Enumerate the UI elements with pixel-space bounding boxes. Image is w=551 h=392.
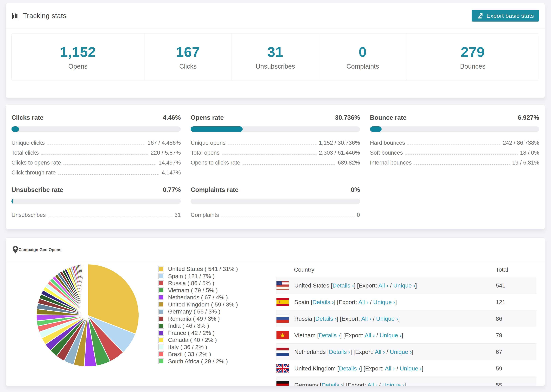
rate-row-label: Unsubscribes [11,211,46,219]
rate-row-value: 689.82% [338,159,360,166]
flag-gb-icon [276,364,289,372]
rate-row-value: 1,152 / 30.736% [319,139,360,147]
stat-value-unsubscribes: 31 [267,44,283,60]
legend-swatch-india [158,323,164,329]
rate-value: 0.77% [163,186,181,193]
details-link-united-states[interactable]: Details › [332,282,354,289]
export-all-link-germany[interactable]: All › [367,382,377,386]
details-link-united-kingdom[interactable]: Details › [339,365,360,372]
legend-item-russia: Russia ( 86 / 5% ) [158,280,238,287]
flag-vn-icon [276,331,289,339]
flag-nl-icon [276,348,289,356]
geo-opens-title: Campaign Geo Opens [19,247,61,252]
rate-row-label: Soft bounces [370,149,403,156]
details-link-netherlands[interactable]: Details › [329,349,350,355]
legend-label: Romania ( 49 / 3% ) [168,315,220,322]
legend-swatch-spain [158,273,164,279]
total-cell: 79 [496,332,537,339]
rate-progress-track [11,199,181,204]
rate-row-label: Unique opens [191,139,226,147]
rate-row-label: Internal bounces [370,159,412,166]
legend-label: Italy ( 36 / 2% ) [168,344,207,350]
dotted-leader [58,174,159,175]
geo-table-row-russia: Russia [Details ›] [Export: All › / Uniq… [276,310,537,327]
bar-chart-icon [12,12,20,20]
export-unique-link-germany[interactable]: Unique › [382,382,404,386]
legend-swatch-united-kingdom [158,302,164,307]
legend-swatch-russia [158,280,164,286]
export-all-link-russia[interactable]: All › [361,315,371,322]
legend-item-united-kingdom: United Kingdom ( 59 / 3% ) [158,301,238,308]
stat-cell-opens: 1,152 Opens [12,34,144,80]
export-unique-link-netherlands[interactable]: Unique › [390,349,412,355]
export-all-link-spain[interactable]: All › [358,299,368,305]
legend-swatch-france [158,330,164,336]
dotted-leader [228,145,316,145]
legend-label: Brazil ( 33 / 2% ) [168,351,211,357]
rate-value: 4.46% [163,114,181,121]
rate-row-complaints: Complaints 0 [191,209,360,219]
rate-value: 0% [351,186,360,193]
export-unique-link-vietnam[interactable]: Unique › [380,332,402,338]
export-unique-link-russia[interactable]: Unique › [376,315,398,322]
legend-swatch-romania [158,316,164,321]
export-basic-stats-button[interactable]: Export basic stats [472,10,539,21]
details-link-spain[interactable]: Details › [312,299,334,305]
rate-block-complaints-rate: Complaints rate 0% Complaints 0 [191,186,360,219]
geo-pie-chart [35,262,141,369]
legend-item-spain: Spain ( 121 / 7% ) [158,273,238,280]
flag-us-icon [276,281,289,290]
legend-label: South Africa ( 29 / 2% ) [168,358,228,365]
export-all-link-vietnam[interactable]: All › [365,332,375,338]
rate-block-unsubscribe-rate: Unsubscribe rate 0.77% Unsubscribes 31 [11,186,181,219]
details-link-vietnam[interactable]: Details › [319,332,340,338]
legend-item-netherlands: Netherlands ( 67 / 4% ) [158,294,238,301]
details-link-germany[interactable]: Details › [322,382,343,386]
export-all-link-united-kingdom[interactable]: All › [385,365,395,372]
stat-label-complaints: Complaints [346,63,379,70]
rate-row-value: 220 / 5.87% [151,149,181,156]
export-unique-link-united-states[interactable]: Unique › [393,282,415,289]
dotted-leader [222,154,316,155]
export-basic-stats-label: Export basic stats [487,13,534,19]
stat-value-bounces: 279 [461,44,485,60]
legend-label: Canada ( 40 / 2% ) [168,336,217,343]
legend-item-brazil: Brazil ( 33 / 2% ) [158,351,238,358]
pie-slice-other [87,264,88,315]
export-unique-link-spain[interactable]: Unique › [373,299,395,305]
details-link-russia[interactable]: Details › [315,315,337,322]
rate-row-value: 14.497% [158,159,181,166]
legend-label: Vietnam ( 79 / 5% ) [168,287,218,294]
tracking-stats-card: Tracking stats Export basic stats 1,152 … [6,3,545,98]
dotted-leader [405,154,518,155]
rate-row-value: 31 [175,211,181,219]
rate-title: Unsubscribe rate [11,186,63,193]
rate-progress-track [191,126,360,132]
rate-row-label: Opens to clicks rate [191,159,240,166]
stat-value-opens: 1,152 [60,44,96,60]
stat-cell-bounces: 279 Bounces [406,34,539,80]
dotted-leader [47,145,145,145]
legend-label: Germany ( 55 / 3% ) [168,308,220,315]
rate-row-label: Total opens [191,149,219,156]
total-cell: 67 [496,349,537,355]
tracking-stats-title: Tracking stats [23,12,66,20]
legend-item-vietnam: Vietnam ( 79 / 5% ) [158,287,238,294]
stat-value-complaints: 0 [359,44,367,60]
export-all-link-united-states[interactable]: All › [378,282,389,289]
stat-cell-unsubscribes: 31 Unsubscribes [232,34,319,80]
export-icon [477,12,484,19]
total-column-header: Total [496,266,537,273]
export-all-link-netherlands[interactable]: All › [375,349,385,355]
export-unique-link-united-kingdom[interactable]: Unique › [400,365,422,372]
rate-row-label: Total clicks [11,149,39,156]
geo-table-row-netherlands: Netherlands [Details ›] [Export: All › /… [276,343,537,360]
stats-summary: 1,152 Opens167 Clicks31 Unsubscribes0 Co… [11,34,539,80]
country-cell: Spain [Details ›] [Export: All › / Uniqu… [294,299,397,305]
geo-table-row-united-kingdom: United Kingdom [Details ›] [Export: All … [276,360,537,377]
rate-title: Complaints rate [191,186,239,193]
flag-de-icon [276,381,289,386]
rate-row-internal-bounces: Internal bounces 19 / 6.81% [370,156,539,166]
rate-row-value: 19 / 6.81% [512,159,539,166]
stat-cell-clicks: 167 Clicks [144,34,232,80]
